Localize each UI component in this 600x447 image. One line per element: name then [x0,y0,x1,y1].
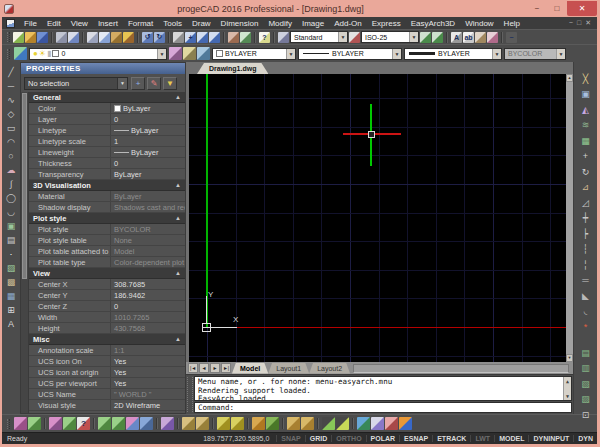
point-icon[interactable]: · [5,247,18,260]
break-icon[interactable]: ╎ [579,258,593,271]
menu-help[interactable]: Help [499,19,525,28]
stretch-icon[interactable]: ◿ [579,196,593,209]
drawing-canvas[interactable]: XY [189,74,566,362]
paste-icon[interactable] [111,32,122,43]
copy-to-layer-icon[interactable] [126,417,139,430]
express-move-icon[interactable] [336,417,349,430]
layer-merge-icon[interactable] [252,417,265,430]
draw-order-front-icon[interactable]: ▤ [579,346,593,359]
arc-icon[interactable]: ◠ [5,135,18,148]
linetype-combo[interactable]: BYLAYER▼ [298,48,402,60]
property-value[interactable]: 186.9462 [111,290,185,300]
chevron-down-icon[interactable]: ▼ [392,49,401,59]
save-file-icon[interactable] [37,32,48,43]
canvas-vertical-scrollbar[interactable]: ▲ ▼ [566,74,573,362]
scroll-down-icon[interactable]: ▼ [564,392,571,401]
collapse-icon[interactable]: ▲ [175,182,181,188]
layer-off-icon[interactable] [161,417,174,430]
property-value[interactable]: 0 [111,301,185,311]
property-section-view[interactable]: View▲ [29,268,185,279]
spell-check-icon[interactable]: ab [463,32,474,43]
array-icon[interactable]: ▦ [579,134,593,147]
express-text-icon[interactable] [371,417,384,430]
toggle-etrack[interactable]: ETRACK [432,435,470,442]
collapse-icon[interactable]: ▲ [175,336,181,342]
layout-nav-icon[interactable]: ► [210,363,220,373]
scroll-down-icon[interactable]: ▼ [566,354,573,362]
command-history[interactable]: Menu name, or . for none: menu-easyarch.… [194,376,572,401]
make-block-icon[interactable]: ▤ [5,233,18,246]
layer-unisolate-icon[interactable] [112,417,125,430]
layer-isolate-icon[interactable] [98,417,111,430]
make-object-layer-current-icon[interactable] [14,417,27,430]
properties-palette-icon[interactable] [228,32,239,43]
rotate-icon[interactable]: ↻ [579,165,593,178]
collapse-icon[interactable]: ▲ [175,94,181,100]
text-edit-icon[interactable]: A [451,32,462,43]
mdi-control-icon[interactable]: ✕ [585,19,592,27]
property-value[interactable]: Yes [111,367,185,377]
ellipse-icon[interactable]: ◯ [5,191,18,204]
break-at-point-icon[interactable]: ┆ [579,243,593,256]
polygon-icon[interactable]: ◇ [5,107,18,120]
toolbar-grip[interactable] [7,32,10,42]
draw-order-under-icon[interactable]: ▨ [579,393,593,406]
new-file-icon[interactable] [13,32,24,43]
express-layout-icon[interactable] [385,417,398,430]
zoom-realtime-icon[interactable]: + [185,32,196,43]
offset-icon[interactable]: ≋ [579,119,593,132]
print-icon[interactable] [56,32,67,43]
trim-icon[interactable]: ┿ [579,212,593,225]
layer-states-icon[interactable] [183,47,196,60]
toggle-lwt[interactable]: LWT [470,435,494,442]
layer-help-icon[interactable]: ? [77,417,90,430]
property-section-general[interactable]: General▲ [29,92,185,103]
close-button[interactable]: ✕ [567,1,597,16]
layer-match-icon[interactable] [49,417,62,430]
layout-nav-icon[interactable]: ◄ [199,363,209,373]
spline-icon[interactable]: ∫ [5,177,18,190]
region-icon[interactable]: ▦ [5,289,18,302]
property-value[interactable]: ByLayer [111,125,185,135]
menu-modify[interactable]: Modify [263,19,297,28]
mdi-control-icon[interactable]: − [569,19,574,27]
property-value[interactable]: 0 [111,114,185,124]
draw-order-back-icon[interactable]: ▥ [579,362,593,375]
line-icon[interactable]: ╱ [5,65,18,78]
hatch-icon[interactable]: ▨ [5,261,18,274]
toggle-model[interactable]: MODEL [494,435,528,442]
property-value[interactable]: 1 [111,136,185,146]
property-section-plot-style[interactable]: Plot style▲ [29,213,185,224]
layer-freeze-all-icon[interactable] [287,417,300,430]
distance-icon[interactable]: ⊡ [579,408,593,421]
change-to-current-layer-icon[interactable] [63,417,76,430]
selection-combo[interactable]: No selection▼ [24,77,128,90]
quick-select-button[interactable]: ▼ [163,77,177,90]
chevron-down-icon[interactable]: ▼ [157,49,166,59]
menu-draw[interactable]: Draw [187,19,216,28]
easyarch-toggle-icon[interactable]: ~ [506,32,517,43]
print-preview-icon[interactable] [68,32,79,43]
toggle-esnap[interactable]: ESNAP [399,435,432,442]
layer-combo[interactable]: ●☀▮ 0 ▼ [29,48,167,60]
help-icon[interactable]: ? [259,32,270,43]
chevron-down-icon[interactable]: ▼ [117,78,127,89]
zoom-window-icon[interactable] [197,32,208,43]
explode-icon[interactable]: * [579,320,593,333]
command-history-scrollbar[interactable]: ▲▼ [563,377,571,400]
mdi-window-controls[interactable]: −□✕ [569,19,594,27]
property-value[interactable]: 308.7685 [111,279,185,289]
layer-on-icon[interactable] [182,417,195,430]
properties-scrollbar[interactable] [21,92,29,413]
table-icon[interactable]: ⊞ [5,303,18,316]
layer-delete-icon[interactable] [266,417,279,430]
collapse-icon[interactable]: ▲ [175,270,181,276]
properties-palette-title[interactable]: PROPERTIES [21,63,185,74]
drawing-file-icon[interactable] [6,19,15,28]
menu-add-on[interactable]: Add-On [329,19,367,28]
layout-tab-scroll-track[interactable] [353,364,569,373]
toggle-dyninput[interactable]: DYNINPUT [528,435,573,442]
property-value[interactable]: Yes [111,378,185,388]
property-value[interactable]: ByLayer [111,103,185,113]
find-replace-icon[interactable] [475,32,486,43]
